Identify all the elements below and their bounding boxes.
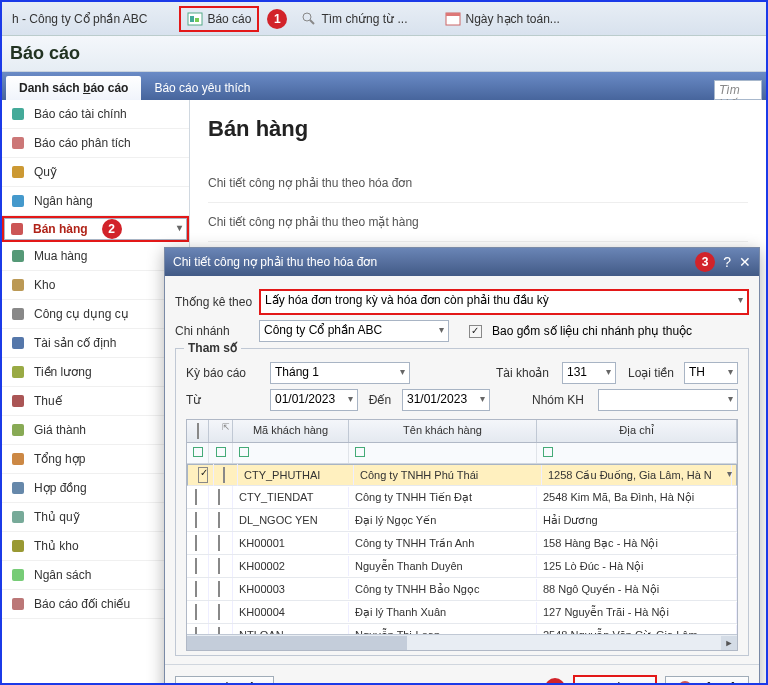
report-category-sidebar: Báo cáo tài chínhBáo cáo phân tíchQuỹNgâ… [2, 100, 190, 683]
badge-3: 3 [695, 252, 715, 272]
table-row[interactable]: CTY_TIENDATCông ty TNHH Tiến Đạt2548 Kim… [187, 486, 737, 509]
cell-code: CTY_TIENDAT [233, 487, 349, 507]
report-link[interactable]: Chi tiết công nợ phải thu theo mặt hàng [208, 203, 748, 242]
sidebar-item-label: Bán hàng [33, 222, 88, 236]
row-checkbox[interactable] [195, 535, 197, 551]
row-select[interactable] [218, 535, 220, 551]
sidebar-item[interactable]: Tổng hợp [2, 445, 189, 474]
row-select[interactable] [223, 467, 225, 483]
row-select[interactable] [218, 604, 220, 620]
sidebar-item[interactable]: Tài sản cố định [2, 329, 189, 358]
report-link[interactable]: Chi tiết công nợ phải thu theo hóa đơn [208, 164, 748, 203]
from-date[interactable]: 01/01/2023 [270, 389, 358, 411]
row-select[interactable] [218, 489, 220, 505]
content-heading: Bán hàng [208, 116, 748, 142]
clear-filter-button[interactable]: Xóa điều kiện [175, 676, 274, 685]
col-name[interactable]: Tên khách hàng [349, 420, 537, 442]
category-icon [10, 248, 26, 264]
date-menu[interactable]: Ngày hạch toán... [439, 8, 565, 30]
sidebar-item-label: Thủ quỹ [34, 510, 80, 524]
svg-rect-13 [12, 279, 24, 291]
branch-select[interactable]: Công ty Cổ phần ABC [259, 320, 449, 342]
table-row[interactable]: KH00004Đại lý Thanh Xuân127 Nguyễn Trãi … [187, 601, 737, 624]
report-param-dialog: Chi tiết công nợ phải thu theo hóa đơn 3… [164, 247, 760, 685]
curr-select[interactable]: TH [684, 362, 738, 384]
filter-box[interactable] [216, 447, 226, 457]
filter-name[interactable] [355, 447, 365, 457]
sidebar-item[interactable]: Tiền lương [2, 358, 189, 387]
row-select[interactable] [218, 558, 220, 574]
row-checkbox[interactable] [195, 627, 197, 634]
cell-name: Công ty TNHH Bảo Ngọc [349, 579, 537, 600]
custgrp-select[interactable] [598, 389, 738, 411]
table-row[interactable]: CTY_PHUTHAICông ty TNHH Phú Thái1258 Cầu… [187, 464, 737, 486]
category-icon [10, 364, 26, 380]
scroll-right-icon[interactable]: ► [721, 636, 737, 650]
acct-select[interactable]: 131 [562, 362, 616, 384]
table-row[interactable]: NTLOANNguyễn Thị Loan2548 Nguyễn Văn Cừ,… [187, 624, 737, 634]
sidebar-item[interactable]: Thủ quỹ [2, 503, 189, 532]
cell-addr: 88 Ngô Quyền - Hà Nội [537, 579, 737, 600]
filter-code[interactable] [239, 447, 249, 457]
row-select[interactable] [218, 627, 220, 634]
help-icon[interactable]: ? [723, 254, 731, 270]
search-report-input[interactable]: Tìm kiế [714, 80, 762, 100]
row-select[interactable] [218, 581, 220, 597]
sidebar-item[interactable]: Ngân sách [2, 561, 189, 590]
row-checkbox[interactable] [195, 512, 197, 528]
stat-select[interactable]: Lấy hóa đơn trong kỳ và hóa đơn còn phải… [261, 291, 747, 313]
table-row[interactable]: KH00003Công ty TNHH Bảo Ngọc88 Ngô Quyền… [187, 578, 737, 601]
sidebar-item[interactable]: Công cụ dụng cụ [2, 300, 189, 329]
calendar-icon [445, 11, 461, 27]
svg-rect-23 [12, 569, 24, 581]
svg-rect-16 [12, 366, 24, 378]
sidebar-item[interactable]: Bán hàng 2 [4, 218, 187, 240]
search-doc-menu[interactable]: Tìm chứng từ ... [295, 8, 413, 30]
sidebar-item[interactable]: Hợp đồng [2, 474, 189, 503]
company-label: h - Công ty Cổ phần ABC [6, 9, 153, 29]
ok-button[interactable]: Đồng ý [575, 677, 655, 685]
row-checkbox[interactable] [195, 604, 197, 620]
scroll-thumb[interactable] [187, 636, 407, 650]
col-check-all[interactable] [187, 420, 209, 442]
sidebar-item[interactable]: Kho [2, 271, 189, 300]
sidebar-item[interactable]: Thủ kho [2, 532, 189, 561]
table-row[interactable]: DL_NGOC YENĐại lý Ngọc YếnHải Dương [187, 509, 737, 532]
close-icon[interactable]: ✕ [739, 254, 751, 270]
sidebar-item[interactable]: Giá thành [2, 416, 189, 445]
sidebar-item[interactable]: Báo cáo tài chính [2, 100, 189, 129]
filter-addr[interactable] [543, 447, 553, 457]
sidebar-item[interactable]: Mua hàng [2, 242, 189, 271]
tab-report-list[interactable]: Danh sách báo cáo [6, 76, 141, 100]
table-row[interactable]: KH00002Nguyễn Thanh Duyên125 Lò Đúc - Hà… [187, 555, 737, 578]
category-icon [10, 106, 26, 122]
cancel-button[interactable]: Hủy bỏ [665, 676, 749, 685]
row-checkbox[interactable] [195, 581, 197, 597]
sidebar-item[interactable]: Báo cáo phân tích [2, 129, 189, 158]
sidebar-item[interactable]: Thuế [2, 387, 189, 416]
badge-4: 4 [545, 678, 565, 685]
sidebar-item[interactable]: Báo cáo đối chiếu [2, 590, 189, 619]
table-row[interactable]: KH00001Công ty TNHH Trần Anh158 Hàng Bạc… [187, 532, 737, 555]
sidebar-item[interactable]: Quỹ [2, 158, 189, 187]
param-group-title: Tham số [184, 341, 241, 355]
col-addr[interactable]: Địa chỉ [537, 420, 737, 442]
tab-report-fav[interactable]: Báo cáo yêu thích [141, 76, 263, 100]
row-checkbox[interactable] [195, 558, 197, 574]
row-select[interactable] [218, 512, 220, 528]
filter-check[interactable] [193, 447, 203, 457]
to-date[interactable]: 31/01/2023 [402, 389, 490, 411]
period-select[interactable]: Tháng 1 [270, 362, 410, 384]
sidebar-item[interactable]: Ngân hàng [2, 187, 189, 216]
report-menu[interactable]: Báo cáo [179, 6, 259, 32]
row-checkbox[interactable] [198, 467, 208, 483]
row-checkbox[interactable] [195, 489, 197, 505]
cell-name: Nguyễn Thị Loan [349, 625, 537, 635]
col-code[interactable]: Mã khách hàng [233, 420, 349, 442]
horizontal-scrollbar[interactable]: ◄ ► [187, 634, 737, 650]
svg-rect-2 [195, 18, 199, 22]
dialog-title-text: Chi tiết công nợ phải thu theo hóa đơn [173, 255, 377, 269]
cell-code: KH00001 [233, 533, 349, 553]
include-sub-checkbox[interactable] [469, 325, 482, 338]
col-pin: ⇱ [209, 420, 233, 442]
